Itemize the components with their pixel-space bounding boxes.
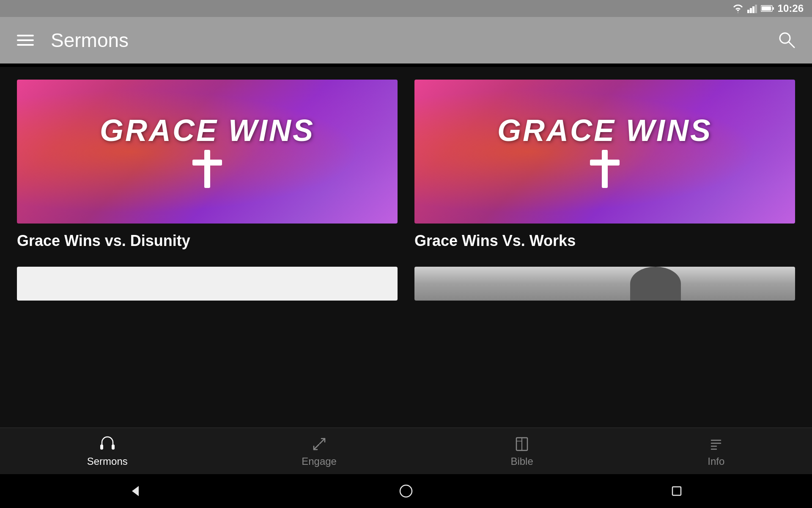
svg-rect-22 [672,487,681,495]
bottom-navigation: Sermons Engage Bible Info [0,428,812,474]
sermon-card-4[interactable] [414,267,795,301]
svg-rect-1 [750,8,752,13]
svg-rect-9 [100,444,103,450]
sermon-title-2: Grace Wins Vs. Works [414,224,795,254]
grace-wins-title-1: GRACE WINS [100,113,315,147]
sermon-title-1: Grace Wins vs. Disunity [17,224,398,254]
grace-wins-bg-2: GRACE WINS [414,80,795,224]
main-content: GRACE WINS Grace Wins vs. Disunity GRACE… [0,67,812,313]
sermon-grid-row-1: GRACE WINS Grace Wins vs. Disunity GRACE… [17,80,795,254]
photo-thumbnail-bg [414,267,795,301]
sermon-thumbnail-1: GRACE WINS [17,80,398,224]
nav-label-engage: Engage [302,456,337,467]
grace-wins-text-1: GRACE WINS [100,115,315,188]
svg-marker-20 [132,486,139,496]
cross-icon-1 [192,150,222,188]
svg-line-11 [314,444,319,450]
app-bar-left: Sermons [17,29,129,52]
sermon-thumbnail-4 [414,267,795,301]
app-bar-divider [0,64,812,67]
info-icon [707,435,725,453]
status-time: 10:26 [778,3,804,14]
app-bar: Sermons [0,17,812,64]
headphones-icon [99,435,116,453]
page-title: Sermons [51,29,129,52]
sermon-card-1[interactable]: GRACE WINS Grace Wins vs. Disunity [17,80,398,254]
status-bar: 10:26 [0,0,812,17]
search-button[interactable] [777,30,795,50]
signal-icon [747,4,757,13]
nav-item-bible[interactable]: Bible [494,431,550,472]
battery-icon [761,5,774,12]
nav-label-info: Info [708,456,724,467]
sermon-grid-row-2 [17,267,795,301]
nav-item-engage[interactable]: Engage [285,431,354,472]
home-icon [398,483,414,500]
svg-point-21 [400,485,412,497]
cross-icon-2 [590,150,620,188]
sermon-card-2[interactable]: GRACE WINS Grace Wins Vs. Works [414,80,795,254]
sermon-card-3[interactable] [17,267,398,301]
white-thumbnail-bg [17,267,398,301]
grace-wins-title-2: GRACE WINS [497,113,712,147]
svg-rect-5 [773,7,774,10]
hamburger-menu-icon[interactable] [17,35,34,46]
nav-label-bible: Bible [510,456,533,467]
nav-item-sermons[interactable]: Sermons [70,431,145,472]
nav-item-info[interactable]: Info [690,431,742,472]
recent-icon [668,483,685,500]
nav-label-sermons: Sermons [87,456,128,467]
svg-line-8 [789,42,794,47]
person-silhouette [630,267,681,301]
svg-rect-2 [752,6,754,13]
back-icon [127,483,144,500]
engage-icon [310,435,328,453]
back-button[interactable] [127,483,144,500]
grace-wins-text-2: GRACE WINS [497,115,712,188]
svg-rect-6 [762,6,771,11]
bible-icon [513,435,531,453]
svg-rect-3 [755,5,757,13]
sermon-thumbnail-2: GRACE WINS [414,80,795,224]
svg-rect-0 [747,10,749,13]
status-bar-right: 10:26 [732,3,804,14]
svg-line-12 [320,439,325,444]
svg-rect-10 [112,444,115,450]
recent-button[interactable] [668,483,685,500]
wifi-icon [732,4,744,13]
system-navigation [0,474,812,508]
home-button[interactable] [398,483,414,500]
sermon-thumbnail-3 [17,267,398,301]
search-icon [777,30,795,48]
grace-wins-bg-1: GRACE WINS [17,80,398,224]
